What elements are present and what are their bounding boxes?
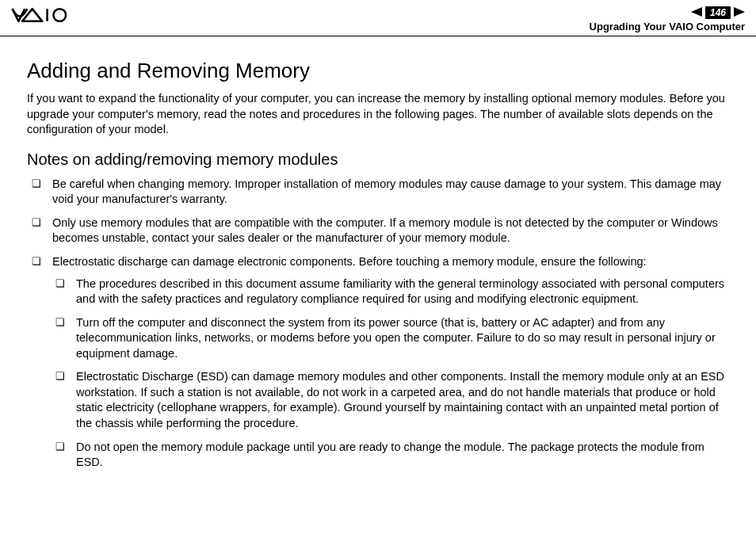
page-title: Adding and Removing Memory — [27, 59, 729, 83]
next-page-arrow-icon[interactable] — [734, 7, 745, 19]
list-item: Only use memory modules that are compati… — [27, 216, 729, 246]
list-item-text: Electrostatic discharge can damage elect… — [52, 255, 647, 268]
intro-paragraph: If you want to expand the functionality … — [27, 91, 729, 138]
list-item: Electrostatic discharge can damage elect… — [27, 254, 729, 471]
prev-page-arrow-icon[interactable] — [691, 7, 702, 19]
subnotes-list: The procedures described in this documen… — [52, 277, 729, 471]
vaio-logo — [11, 6, 98, 24]
list-item: Electrostatic Discharge (ESD) can damage… — [52, 369, 729, 431]
page-content: Adding and Removing Memory If you want t… — [0, 36, 756, 494]
svg-marker-0 — [691, 7, 702, 17]
page-header: 146 Upgrading Your VAIO Computer — [0, 0, 756, 36]
svg-marker-1 — [734, 7, 745, 17]
list-item: The procedures described in this documen… — [52, 277, 729, 307]
breadcrumb: Upgrading Your VAIO Computer — [590, 21, 745, 32]
page-nav: 146 — [590, 6, 745, 19]
notes-list: Be careful when changing memory. Imprope… — [27, 177, 729, 471]
page-number-badge: 146 — [705, 6, 731, 19]
list-item: Do not open the memory module package un… — [52, 440, 729, 471]
header-right: 146 Upgrading Your VAIO Computer — [590, 6, 745, 32]
list-item: Turn off the computer and disconnect the… — [52, 315, 729, 362]
list-item: Be careful when changing memory. Imprope… — [27, 177, 729, 208]
section-subtitle: Notes on adding/removing memory modules — [27, 151, 729, 169]
